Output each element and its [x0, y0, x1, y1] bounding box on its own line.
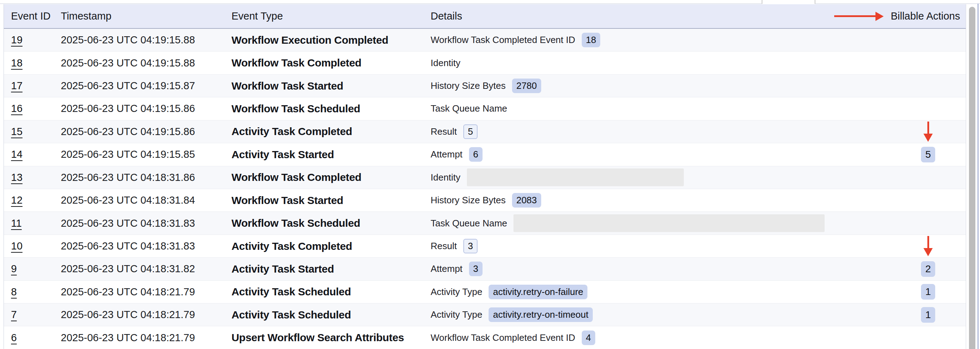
- table-row[interactable]: 12 2025-06-23 UTC 04:18:31.84 Workflow T…: [4, 189, 966, 212]
- detail-label: History Size Bytes: [431, 80, 506, 91]
- detail-value-chip: 3: [469, 262, 482, 276]
- table-row[interactable]: 9 2025-06-23 UTC 04:18:31.82 Activity Ta…: [4, 258, 966, 281]
- timestamp: 2025-06-23 UTC 04:19:15.85: [61, 149, 231, 160]
- event-id-link[interactable]: 13: [11, 172, 22, 183]
- top-strip: [0, 0, 980, 4]
- timestamp: 2025-06-23 UTC 04:18:31.82: [61, 263, 231, 275]
- billable-actions-count: 1: [921, 284, 935, 300]
- scrollbar-thumb[interactable]: [969, 7, 975, 349]
- timestamp: 2025-06-23 UTC 04:18:21.79: [61, 332, 231, 344]
- event-type: Activity Task Scheduled: [231, 309, 431, 321]
- red-arrow-down-annotation: [923, 236, 933, 256]
- event-type: Activity Task Scheduled: [231, 286, 431, 298]
- event-id-link[interactable]: 8: [11, 286, 17, 297]
- detail-value-chip: 6: [469, 147, 482, 162]
- table-header-row: Event ID Timestamp Event Type Details Bi…: [4, 4, 966, 29]
- window-right-border: [977, 3, 978, 349]
- detail-value-chip: activity.retry-on-failure: [488, 285, 587, 299]
- timestamp: 2025-06-23 UTC 04:19:15.86: [61, 103, 231, 114]
- event-type: Activity Task Completed: [231, 125, 431, 138]
- billable-cell: 1: [921, 303, 935, 326]
- timestamp: 2025-06-23 UTC 04:18:31.86: [61, 172, 231, 183]
- detail-label: Activity Type: [431, 309, 482, 320]
- timestamp: 2025-06-23 UTC 04:18:21.79: [61, 309, 231, 320]
- detail-value-chip: 2083: [512, 193, 541, 208]
- detail-label: Identity: [431, 57, 460, 68]
- detail-value-chip: activity.retry-on-timeout: [488, 308, 592, 322]
- table-row[interactable]: 16 2025-06-23 UTC 04:19:15.86 Workflow T…: [4, 97, 966, 120]
- billable-cell: 2: [921, 258, 935, 280]
- detail-value-outlined-chip: 5: [463, 124, 477, 139]
- event-type: Workflow Task Scheduled: [231, 217, 431, 229]
- detail-label: Result: [431, 241, 457, 252]
- top-element-bottom-edge: [762, 0, 815, 4]
- detail-label: Attempt: [431, 263, 463, 274]
- column-header-details: Details: [431, 10, 874, 22]
- timestamp: 2025-06-23 UTC 04:19:15.88: [61, 34, 231, 46]
- event-type: Activity Task Started: [231, 263, 431, 275]
- event-id-link[interactable]: 17: [11, 80, 22, 91]
- event-id-link[interactable]: 12: [11, 194, 22, 206]
- detail-label: Attempt: [431, 149, 463, 160]
- detail-label: Workflow Task Completed Event ID: [431, 35, 575, 46]
- table-row[interactable]: 10 2025-06-23 UTC 04:18:31.83 Activity T…: [4, 235, 966, 258]
- detail-label: Task Queue Name: [431, 218, 507, 229]
- event-id-link[interactable]: 11: [11, 217, 22, 229]
- event-id-link[interactable]: 7: [11, 309, 17, 320]
- detail-label: History Size Bytes: [431, 195, 506, 206]
- event-type: Activity Task Completed: [231, 240, 431, 252]
- billable-cell: 1: [921, 281, 935, 303]
- event-id-link[interactable]: 14: [11, 149, 22, 160]
- event-id-link[interactable]: 16: [11, 103, 22, 114]
- event-id-link[interactable]: 9: [11, 263, 17, 274]
- timestamp: 2025-06-23 UTC 04:18:31.84: [61, 194, 231, 206]
- billable-actions-count: 5: [921, 147, 935, 162]
- table-row[interactable]: 15 2025-06-23 UTC 04:19:15.86 Activity T…: [4, 121, 966, 143]
- event-type: Workflow Task Completed: [231, 171, 431, 183]
- detail-value-outlined-chip: 3: [463, 239, 477, 254]
- billable-cell: 5: [921, 143, 935, 166]
- table-row[interactable]: 18 2025-06-23 UTC 04:19:15.88 Workflow T…: [4, 52, 966, 74]
- detail-label: Activity Type: [431, 286, 482, 297]
- table-row[interactable]: 7 2025-06-23 UTC 04:18:21.79 Activity Ta…: [4, 303, 966, 326]
- event-id-link[interactable]: 19: [11, 34, 22, 46]
- detail-value-chip: 2780: [512, 79, 541, 93]
- event-history-table: Event ID Timestamp Event Type Details Bi…: [3, 4, 966, 349]
- table-row[interactable]: 8 2025-06-23 UTC 04:18:21.79 Activity Ta…: [4, 281, 966, 303]
- event-type: Activity Task Started: [231, 149, 431, 161]
- column-header-event-id: Event ID: [4, 10, 61, 22]
- detail-label: Workflow Task Completed Event ID: [431, 332, 575, 343]
- redacted-value-block: [514, 214, 825, 232]
- event-id-link[interactable]: 6: [11, 332, 17, 343]
- billable-actions-label: Billable Actions: [891, 10, 960, 22]
- detail-label: Result: [431, 126, 457, 137]
- table-row[interactable]: 13 2025-06-23 UTC 04:18:31.86 Workflow T…: [4, 166, 966, 189]
- detail-label: Task Queue Name: [431, 103, 507, 114]
- timestamp: 2025-06-23 UTC 04:18:21.79: [61, 286, 231, 298]
- table-row[interactable]: 17 2025-06-23 UTC 04:19:15.87 Workflow T…: [4, 75, 966, 97]
- redacted-value-block: [467, 168, 684, 186]
- event-id-link[interactable]: 10: [11, 240, 22, 252]
- billable-actions-count: 1: [921, 307, 935, 323]
- event-type: Workflow Task Completed: [231, 57, 431, 69]
- timestamp: 2025-06-23 UTC 04:18:31.83: [61, 217, 231, 229]
- red-arrow-right-annotation: [834, 12, 884, 21]
- billable-cell: [923, 121, 933, 143]
- column-header-timestamp: Timestamp: [61, 10, 231, 22]
- table-row[interactable]: 11 2025-06-23 UTC 04:18:31.83 Workflow T…: [4, 212, 966, 235]
- event-id-link[interactable]: 18: [11, 57, 22, 68]
- event-type: Workflow Task Started: [231, 194, 431, 206]
- billable-actions-count: 2: [921, 261, 935, 277]
- detail-value-chip: 18: [582, 33, 601, 47]
- table-row[interactable]: 14 2025-06-23 UTC 04:19:15.85 Activity T…: [4, 143, 966, 166]
- event-type: Upsert Workflow Search Attributes: [231, 332, 431, 344]
- detail-value-chip: 4: [582, 330, 595, 345]
- timestamp: 2025-06-23 UTC 04:18:31.83: [61, 240, 231, 252]
- timestamp: 2025-06-23 UTC 04:19:15.88: [61, 57, 231, 69]
- event-type: Workflow Task Started: [231, 80, 431, 92]
- detail-label: Identity: [431, 172, 460, 183]
- event-type: Workflow Task Scheduled: [231, 103, 431, 115]
- event-id-link[interactable]: 15: [11, 126, 22, 137]
- table-row[interactable]: 19 2025-06-23 UTC 04:19:15.88 Workflow E…: [4, 29, 966, 52]
- table-row[interactable]: 6 2025-06-23 UTC 04:18:21.79 Upsert Work…: [4, 326, 966, 349]
